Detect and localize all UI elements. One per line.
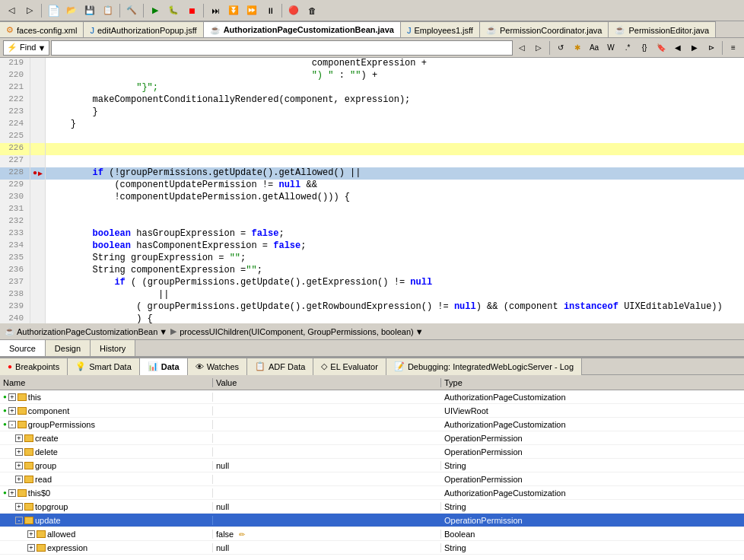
var-name-update-label: update (35, 516, 61, 525)
search-regex-button[interactable]: .* (620, 40, 635, 56)
var-name-component-label: component (28, 406, 69, 415)
var-name-component: ● + component (0, 406, 213, 415)
tab-watches[interactable]: 👁 Watches (188, 358, 247, 375)
folder-delete (24, 448, 33, 456)
run-button[interactable]: ▶ (147, 2, 164, 19)
folder-this0 (17, 489, 27, 497)
save-button[interactable]: 💾 (81, 2, 98, 19)
var-row-groupperms[interactable]: ● - groupPermissions AuthorizationPageCu… (0, 418, 744, 431)
forward-button[interactable]: ▷ (21, 2, 38, 19)
tab-design[interactable]: Design (46, 340, 91, 356)
search-word-button[interactable]: W (603, 40, 618, 56)
tab-employees[interactable]: J Employees1.jsff (401, 21, 480, 38)
var-row-read[interactable]: + read OperationPermission (0, 473, 744, 486)
pause-button[interactable]: ⏸ (262, 2, 278, 19)
tab-faces-config[interactable]: ⚙ faces-config.xml (0, 21, 84, 38)
folder-group (24, 462, 33, 469)
folder-component (17, 407, 27, 415)
breadcrumb-class[interactable]: ☕ AuthorizationPageCustomizationBean ▼ (5, 326, 167, 336)
var-row-this0[interactable]: ● + this$0 AuthorizationPageCustomizatio… (0, 486, 744, 500)
search-bookmark2-button[interactable]: ◀ (670, 40, 685, 56)
search-forward-button[interactable]: ▷ (531, 40, 546, 56)
expand-expression[interactable]: + (27, 544, 35, 552)
breakpoint-button[interactable]: 🔴 (285, 2, 302, 19)
tab-adf-data[interactable]: 📋 ADF Data (247, 358, 313, 375)
tab-perm-editor[interactable]: ☕ PermissionEditor.java (609, 21, 716, 38)
var-name-topgroup-label: topgroup (35, 502, 68, 511)
expand-read[interactable]: + (15, 476, 23, 483)
back-button[interactable]: ◁ (3, 2, 20, 19)
search-braces-button[interactable]: {} (637, 40, 652, 56)
search-bookmark1-button[interactable]: 🔖 (653, 40, 669, 56)
debug-button[interactable]: 🐛 (165, 2, 182, 19)
search-highlight-button[interactable]: ✱ (570, 40, 585, 56)
code-line-228: 228 ● ▶ if (!groupPermissions.getUpdate(… (0, 167, 744, 180)
expand-update[interactable]: - (15, 517, 23, 524)
stop-button[interactable]: ⏹ (183, 2, 200, 19)
var-row-allowed[interactable]: + allowed false ✏ Boolean (0, 527, 744, 541)
code-line-221: 221 "}"; (0, 82, 744, 94)
tab-faces-config-label: faces-config.xml (17, 26, 77, 35)
tab-auth-bean[interactable]: ☕ AuthorizationPageCustomizationBean.jav… (204, 21, 401, 38)
var-name-this0: ● + this$0 (0, 488, 213, 498)
code-area[interactable]: 219 componentExpression + 220 ") " : "")… (0, 58, 744, 323)
code-line-220: 220 ") " : "") + (0, 70, 744, 82)
step-out-button[interactable]: ⏩ (243, 2, 260, 19)
tab-source[interactable]: Source (0, 340, 46, 356)
breadcrumb-dropdown-icon: ▼ (159, 327, 167, 336)
tab-perm-coordinator[interactable]: ☕ PermissionCoordinator.java (480, 21, 609, 38)
expand-groupperms[interactable]: - (8, 421, 16, 428)
tab-perm-coord-label: PermissionCoordinator.java (500, 26, 603, 35)
expand-this0[interactable]: + (8, 489, 16, 497)
search-input[interactable] (51, 40, 513, 56)
build-button[interactable]: 🔨 (123, 2, 140, 19)
var-type-this0: AuthorizationPageCustomization (441, 488, 744, 498)
var-row-create[interactable]: + create OperationPermission (0, 431, 744, 445)
search-back-button[interactable]: ◁ (514, 40, 529, 56)
search-match-button[interactable]: Aa (587, 40, 602, 56)
save-all-button[interactable]: 📋 (100, 2, 116, 19)
tab-el-evaluator[interactable]: ◇ EL Evaluator (313, 358, 386, 375)
expand-component[interactable]: + (8, 407, 16, 415)
separator-1 (41, 4, 42, 18)
folder-create (24, 434, 33, 442)
expand-delete[interactable]: + (15, 448, 23, 456)
tab-data[interactable]: 📊 Data (140, 358, 188, 375)
search-extra-button[interactable]: ≡ (726, 40, 741, 56)
step-into-button[interactable]: ⏬ (225, 2, 242, 19)
col-name-header: Name (0, 378, 213, 387)
breadcrumb-method[interactable]: processUIChildren(UIComponent, GroupPerm… (180, 327, 423, 336)
tab-smart-data[interactable]: 💡 Smart Data (68, 358, 140, 375)
code-editor: 219 componentExpression + 220 ") " : "")… (0, 58, 744, 358)
search-bookmark4-button[interactable]: ⊳ (704, 40, 719, 56)
watches-icon: 👁 (196, 362, 204, 371)
var-row-expression[interactable]: + expression null String (0, 541, 744, 555)
new-button[interactable]: 📄 (45, 2, 62, 19)
perm-coord-icon: ☕ (486, 25, 497, 35)
var-row-this[interactable]: ● + this AuthorizationPageCustomization (0, 390, 744, 404)
expand-create[interactable]: + (15, 434, 23, 442)
find-dropdown[interactable]: ⚡ Find ▼ (3, 40, 49, 56)
var-row-update[interactable]: - update OperationPermission (0, 514, 744, 527)
var-row-delete[interactable]: + delete OperationPermission (0, 445, 744, 459)
open-button[interactable]: 📂 (63, 2, 80, 19)
tab-source-label: Source (9, 344, 36, 353)
code-line-235: 235 String groupExpression = ""; (0, 253, 744, 265)
expand-group[interactable]: + (15, 462, 23, 469)
expand-allowed[interactable]: + (27, 530, 35, 538)
clear-button[interactable]: 🗑 (304, 2, 320, 19)
expand-this[interactable]: + (8, 393, 16, 401)
tab-debug-log[interactable]: 📝 Debugging: IntegratedWebLogicServer - … (386, 358, 582, 375)
tab-history[interactable]: History (91, 340, 135, 356)
tab-edit-auth-popup[interactable]: J editAuthorizationPopup.jsff (84, 21, 203, 38)
tab-breakpoints[interactable]: ● Breakpoints (0, 358, 68, 375)
var-row-component[interactable]: ● + component UIViewRoot (0, 404, 744, 418)
var-name-group-label: group (35, 461, 56, 470)
var-row-group[interactable]: + group null String (0, 459, 744, 473)
code-line-230: 230 !componentUpdatePermission.getAllowe… (0, 192, 744, 204)
search-bookmark3-button[interactable]: ▶ (687, 40, 702, 56)
step-over-button[interactable]: ⏭ (207, 2, 224, 19)
expand-topgroup[interactable]: + (15, 503, 23, 511)
search-refresh-button[interactable]: ↺ (553, 40, 568, 56)
var-row-topgroup[interactable]: + topgroup null String (0, 500, 744, 514)
